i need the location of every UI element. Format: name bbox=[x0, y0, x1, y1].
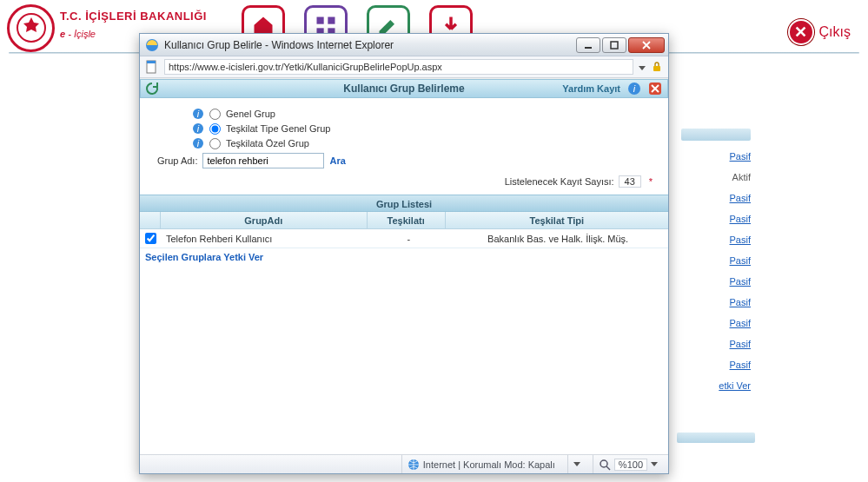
info-icon[interactable]: i bbox=[192, 122, 204, 135]
status-bar: Internet | Korumalı Mod: Kapalı %100 bbox=[140, 454, 668, 473]
group-name-row: Grup Adı: Ara bbox=[157, 153, 658, 168]
grant-permission-link[interactable]: Seçilen Gruplara Yetki Ver bbox=[140, 248, 668, 266]
grid-header-name[interactable]: GrupAdı bbox=[161, 212, 368, 228]
popup-client-area: Kullanıcı Grup Belirleme Yardım Kayıt i … bbox=[140, 78, 668, 473]
table-row[interactable]: Telefon Rehberi Kullanıcı-Bakanlık Bas. … bbox=[140, 229, 668, 248]
chevron-down-icon bbox=[639, 66, 646, 70]
bg-status-passive-link[interactable]: Pasif bbox=[681, 193, 751, 203]
radio-by-org[interactable] bbox=[209, 138, 221, 149]
background-bottom-bar bbox=[677, 432, 755, 443]
row-org: - bbox=[369, 234, 447, 244]
ministry-logo bbox=[7, 4, 55, 52]
radio-row-by-type: i Teşkilat Tipe Genel Grup bbox=[192, 122, 658, 135]
grid-body: Telefon Rehberi Kullanıcı-Bakanlık Bas. … bbox=[140, 229, 668, 248]
group-name-label: Grup Adı: bbox=[157, 155, 197, 166]
status-mode-text: Internet | Korumalı Mod: Kapalı bbox=[423, 459, 555, 470]
svg-rect-9 bbox=[147, 61, 156, 63]
ministry-name: T.C. İÇİŞLERİ BAKANLIĞI bbox=[60, 10, 207, 23]
background-status-strip: PasifAktifPasifPasifPasifPasifPasifPasif… bbox=[681, 129, 751, 401]
popup-window: Kullanıcı Grup Belirle - Windows Interne… bbox=[139, 33, 669, 474]
bg-status-passive-link[interactable]: Pasif bbox=[681, 255, 751, 266]
bg-status-passive-link[interactable]: Pasif bbox=[681, 318, 751, 328]
refresh-icon[interactable] bbox=[144, 81, 160, 96]
page-icon bbox=[145, 60, 159, 74]
record-count-row: Listelenecek Kayıt Sayısı: 43 * bbox=[157, 175, 653, 188]
radio-by-type-label: Teşkilat Tipe Genel Grup bbox=[226, 123, 330, 134]
grid-header-type[interactable]: Teşkilat Tipi bbox=[446, 212, 668, 228]
radio-by-type[interactable] bbox=[209, 123, 221, 135]
row-type: Bakanlık Bas. ve Halk. İlişk. Müş. bbox=[447, 234, 668, 244]
radio-row-by-org: i Teşkilata Özel Grup bbox=[192, 137, 658, 149]
bg-status-passive-link[interactable]: Pasif bbox=[681, 214, 751, 224]
zoom-icon bbox=[599, 459, 611, 471]
grid-header-org[interactable]: Teşkilatı bbox=[368, 212, 446, 228]
filter-form: i Genel Grup i Teşkilat Tipe Genel Grup … bbox=[140, 98, 668, 195]
page-header: Kullanıcı Grup Belirleme Yardım Kayıt i bbox=[140, 79, 668, 98]
record-count-value: 43 bbox=[619, 175, 641, 188]
status-security-segment: Internet | Korumalı Mod: Kapalı bbox=[401, 455, 560, 473]
grid-empty-space bbox=[140, 266, 668, 454]
page-close-icon[interactable] bbox=[648, 82, 662, 96]
row-name: Telefon Rehberi Kullanıcı bbox=[161, 234, 369, 244]
svg-rect-10 bbox=[653, 66, 660, 71]
bg-status-passive-link[interactable]: Pasif bbox=[681, 234, 751, 245]
bg-status-active: Aktif bbox=[681, 172, 751, 182]
radio-general-label: Genel Grup bbox=[226, 109, 275, 119]
status-protected-dropdown[interactable] bbox=[567, 455, 586, 473]
bg-status-passive-link[interactable]: Pasif bbox=[681, 297, 751, 307]
bg-grant-link[interactable]: etki Ver bbox=[681, 380, 751, 391]
grid-title: Grup Listesi bbox=[140, 195, 668, 212]
chevron-down-icon bbox=[651, 462, 658, 466]
minimize-button[interactable] bbox=[576, 37, 600, 53]
close-icon: ✕ bbox=[788, 19, 814, 45]
group-name-input[interactable] bbox=[202, 153, 324, 168]
grid-header-row: GrupAdı Teşkilatı Teşkilat Tipi bbox=[140, 212, 668, 229]
background-strip-bar bbox=[681, 129, 751, 141]
globe-icon bbox=[407, 459, 420, 471]
required-star-icon: * bbox=[649, 176, 653, 187]
info-icon[interactable]: i bbox=[627, 82, 641, 96]
svg-rect-7 bbox=[611, 42, 618, 49]
help-link[interactable]: Yardım Kayıt bbox=[562, 83, 620, 94]
bg-status-passive-link[interactable]: Pasif bbox=[681, 151, 751, 162]
address-dropdown[interactable] bbox=[639, 62, 646, 72]
window-titlebar[interactable]: Kullanıcı Grup Belirle - Windows Interne… bbox=[140, 34, 668, 56]
maximize-button[interactable] bbox=[602, 37, 626, 53]
lock-icon bbox=[651, 61, 663, 73]
svg-rect-2 bbox=[328, 17, 335, 24]
row-checkbox[interactable] bbox=[145, 233, 156, 244]
window-title: Kullanıcı Grup Belirle - Windows Interne… bbox=[164, 39, 576, 51]
exit-label: Çıkış bbox=[819, 24, 851, 40]
chevron-down-icon bbox=[573, 462, 580, 466]
bg-status-passive-link[interactable]: Pasif bbox=[681, 360, 751, 370]
status-zoom-segment[interactable]: %100 bbox=[593, 455, 663, 473]
url-input[interactable] bbox=[164, 59, 633, 75]
exit-button[interactable]: ✕ Çıkış bbox=[788, 19, 851, 45]
window-close-button[interactable] bbox=[628, 37, 665, 53]
svg-rect-6 bbox=[585, 47, 592, 49]
bg-status-passive-link[interactable]: Pasif bbox=[681, 276, 751, 287]
info-icon[interactable]: i bbox=[192, 137, 204, 149]
svg-point-21 bbox=[600, 460, 607, 467]
zoom-value: %100 bbox=[614, 459, 647, 471]
grid-header-checkbox bbox=[140, 212, 161, 228]
bg-status-passive-link[interactable]: Pasif bbox=[681, 339, 751, 349]
ie-icon bbox=[145, 38, 159, 52]
radio-row-general: i Genel Grup bbox=[192, 108, 658, 120]
search-link[interactable]: Ara bbox=[329, 155, 345, 166]
info-icon[interactable]: i bbox=[192, 108, 204, 120]
record-count-label: Listelenecek Kayıt Sayısı: bbox=[505, 176, 614, 187]
radio-by-org-label: Teşkilata Özel Grup bbox=[226, 138, 309, 149]
radio-general[interactable] bbox=[209, 109, 221, 120]
svg-rect-1 bbox=[316, 17, 323, 24]
address-bar bbox=[140, 56, 668, 78]
